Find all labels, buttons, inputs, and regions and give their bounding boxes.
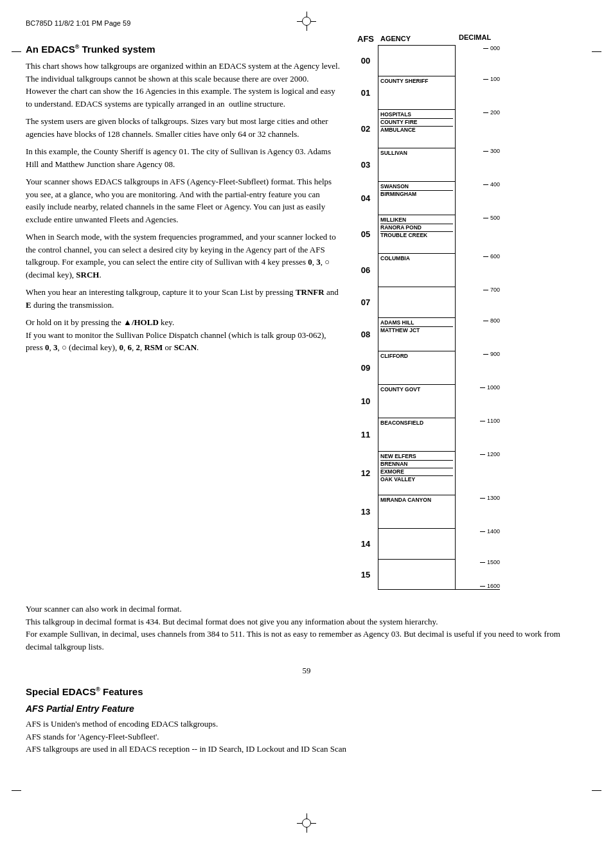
section2-title: Special EDACS® Features — [26, 686, 587, 697]
afs-cell: 02 — [353, 109, 378, 148]
decimal-tick-top: 000 — [483, 45, 500, 51]
decimal-tick-top: 1300 — [480, 495, 500, 501]
chart-row: 03SULLIVAN300 — [353, 148, 546, 181]
afs-cell: 08 — [353, 317, 378, 351]
agency-cell: SWANSONBIRMINGHAM — [378, 181, 455, 215]
chart-row: 02HOSPITALSCOUNTY FIREAMBULANCE200 — [353, 109, 546, 148]
bottom-para-1: Your scanner can also work in decimal fo… — [26, 603, 587, 653]
afs-cell: 07 — [353, 287, 378, 317]
decimal-tick-top: 600 — [483, 253, 500, 260]
decimal-cell: 1200 — [455, 451, 500, 495]
decimal-cell: 15001600 — [455, 559, 500, 590]
reg-mark-bottom — [297, 813, 316, 833]
chart-header-decimal: DECIMAL — [455, 33, 500, 44]
page-number: 59 — [26, 666, 587, 676]
afs-cell: 03 — [353, 148, 378, 181]
chart-row: 07700 — [353, 287, 546, 317]
chart-header-afs: AFS — [353, 33, 378, 44]
afs-cell: 00 — [353, 45, 378, 76]
chart-row: 11BEACONSFIELD1100 — [353, 418, 546, 451]
chart-row: 08ADAMS HILLMATTHEW JCT800 — [353, 317, 546, 351]
afs-cell: 01 — [353, 76, 378, 109]
section3-title: AFS Partial Entry Feature — [26, 704, 587, 714]
decimal-tick-top: 400 — [483, 181, 500, 188]
afs-cell: 12 — [353, 451, 378, 495]
afs-cell: 10 — [353, 384, 378, 418]
reg-left-bottom — [12, 790, 21, 791]
decimal-cell: 1100 — [455, 418, 500, 451]
agency-cell: ADAMS HILLMATTHEW JCT — [378, 317, 455, 351]
agency-cell — [378, 528, 455, 559]
agency-cell: HOSPITALSCOUNTY FIREAMBULANCE — [378, 109, 455, 148]
decimal-cell: 700 — [455, 287, 500, 317]
afs-cell: 11 — [353, 418, 378, 451]
para-6: When you hear an interesting talkgroup, … — [26, 286, 341, 311]
chart-header-agency: AGENCY — [378, 33, 455, 44]
decimal-cell: 300 — [455, 148, 500, 181]
chart-rows: 0000001COUNTY SHERIFF10002HOSPITALSCOUNT… — [353, 45, 546, 590]
agency-cell: NEW ELFERSBRENNANEXMOREOAK VALLEY — [378, 451, 455, 495]
decimal-cell: 900 — [455, 351, 500, 384]
agency-cell — [378, 287, 455, 317]
agency-cell: BEACONSFIELD — [378, 418, 455, 451]
decimal-tick-bottom: 1600 — [480, 583, 500, 589]
decimal-tick-top: 100 — [483, 76, 500, 82]
decimal-tick-top: 800 — [483, 317, 500, 324]
decimal-cell: 1400 — [455, 528, 500, 559]
chart-row: 05MILLIKENRANORA PONDTROUBLE CREEK500 — [353, 215, 546, 253]
chart-headers: AFS AGENCY DECIMAL — [353, 33, 546, 44]
agency-cell: COUNTY SHERIFF — [378, 76, 455, 109]
para-2: The system users are given blocks of tal… — [26, 115, 341, 140]
decimal-tick-top: 1400 — [480, 528, 500, 535]
main-content: An EDACS® Trunked system This chart show… — [26, 33, 587, 590]
reg-right-top — [592, 51, 601, 52]
agency-cell — [378, 559, 455, 590]
chart-row: 10COUNTY GOVT1000 — [353, 384, 546, 418]
reg-right-bottom — [592, 790, 601, 791]
decimal-cell: 500 — [455, 215, 500, 253]
section1-title: An EDACS® Trunked system — [26, 44, 341, 55]
para-7: Or hold on it by pressing the ▲/HOLD key… — [26, 316, 341, 354]
afs-para-1: AFS is Uniden's method of encoding EDACS… — [26, 718, 587, 756]
agency-cell: MIRANDA CANYON — [378, 495, 455, 528]
afs-cell: 04 — [353, 181, 378, 215]
decimal-cell: 1000 — [455, 384, 500, 418]
para-3: In this example, the County Sheriff is a… — [26, 145, 341, 170]
agency-cell: COLUMBIA — [378, 253, 455, 287]
right-column: AFS AGENCY DECIMAL 0000001COUNTY SHERIFF… — [353, 33, 553, 590]
para-5: When in Search mode, with the system fre… — [26, 231, 341, 281]
decimal-tick-top: 1500 — [480, 559, 500, 565]
decimal-tick-top: 500 — [483, 215, 500, 221]
chart-row: 1515001600 — [353, 559, 546, 590]
decimal-cell: 400 — [455, 181, 500, 215]
agency-cell: MILLIKENRANORA PONDTROUBLE CREEK — [378, 215, 455, 253]
reg-left-top — [12, 51, 21, 52]
decimal-cell: 800 — [455, 317, 500, 351]
afs-cell: 15 — [353, 559, 378, 590]
decimal-cell: 000 — [455, 45, 500, 76]
decimal-tick-top: 1100 — [480, 418, 500, 424]
decimal-tick-top: 1200 — [480, 451, 500, 457]
decimal-cell: 1300 — [455, 495, 500, 528]
chart-row: 12NEW ELFERSBRENNANEXMOREOAK VALLEY1200 — [353, 451, 546, 495]
agency-cell: SULLIVAN — [378, 148, 455, 181]
decimal-cell: 600 — [455, 253, 500, 287]
chart-row: 01COUNTY SHERIFF100 — [353, 76, 546, 109]
para-4: Your scanner shows EDACS talkgroups in A… — [26, 175, 341, 226]
left-column: An EDACS® Trunked system This chart show… — [26, 33, 341, 590]
afs-cell: 13 — [353, 495, 378, 528]
decimal-tick-top: 1000 — [480, 384, 500, 391]
decimal-tick-top: 700 — [483, 287, 500, 293]
agency-cell — [378, 45, 455, 76]
decimal-tick-top: 200 — [483, 109, 500, 116]
afs-cell: 09 — [353, 351, 378, 384]
afs-cell: 14 — [353, 528, 378, 559]
chart-row: 141400 — [353, 528, 546, 559]
decimal-cell: 100 — [455, 76, 500, 109]
chart-row: 09CLIFFORD900 — [353, 351, 546, 384]
agency-cell: CLIFFORD — [378, 351, 455, 384]
chart-row: 06COLUMBIA600 — [353, 253, 546, 287]
chart-row: 04SWANSONBIRMINGHAM400 — [353, 181, 546, 215]
reg-mark-top — [297, 12, 316, 31]
chart-row: 13MIRANDA CANYON1300 — [353, 495, 546, 528]
